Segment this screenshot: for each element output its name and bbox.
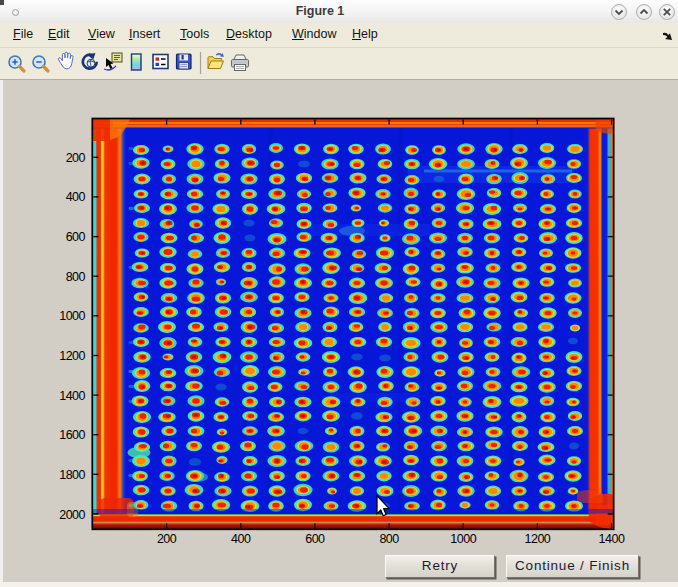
svg-text:200: 200 [157,532,177,546]
svg-text:1400: 1400 [59,389,85,403]
svg-text:1200: 1200 [59,349,85,363]
svg-text:800: 800 [379,532,399,546]
svg-text:600: 600 [305,532,325,546]
svg-text:1000: 1000 [59,309,85,323]
svg-text:1800: 1800 [59,468,85,482]
svg-text:600: 600 [66,230,86,244]
svg-text:1000: 1000 [450,532,476,546]
svg-text:200: 200 [66,151,86,165]
svg-text:1600: 1600 [59,428,85,442]
svg-text:400: 400 [66,190,86,204]
svg-text:800: 800 [66,270,86,284]
svg-text:1200: 1200 [524,532,550,546]
svg-text:400: 400 [231,532,251,546]
svg-text:2000: 2000 [59,508,85,522]
svg-text:1400: 1400 [599,532,625,546]
